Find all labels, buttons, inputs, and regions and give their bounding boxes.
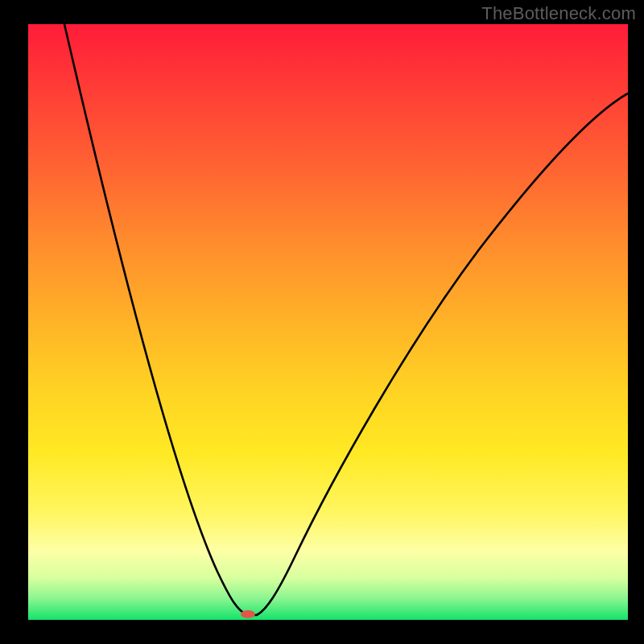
gradient-background xyxy=(28,24,628,620)
valley-marker xyxy=(241,610,255,618)
chart-frame: TheBottleneck.com xyxy=(0,0,644,644)
plot-area xyxy=(28,24,628,620)
watermark-text: TheBottleneck.com xyxy=(481,3,636,24)
plot-svg xyxy=(28,24,628,620)
